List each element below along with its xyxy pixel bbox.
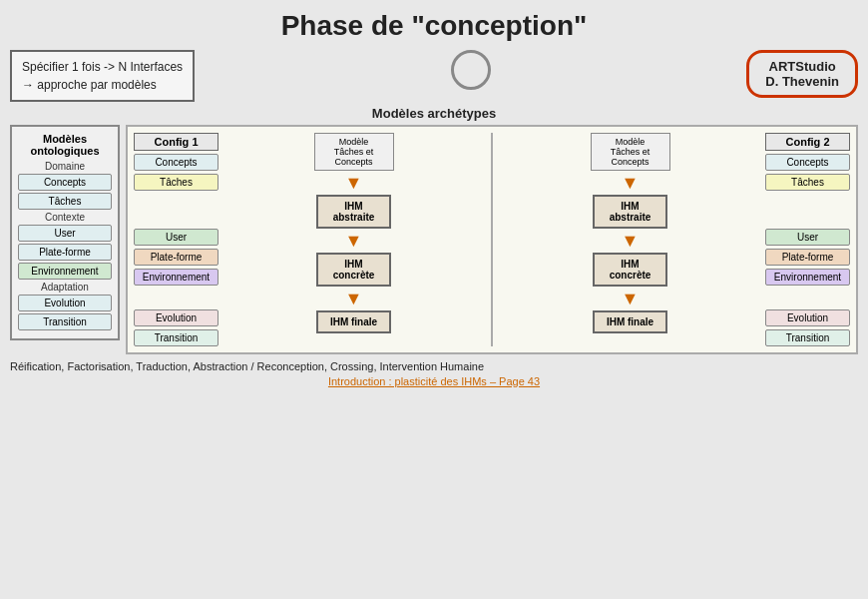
artstudio-author: D. Thevenin xyxy=(765,74,839,89)
ont-concepts: Concepts xyxy=(18,174,112,191)
config2-evolution: Evolution xyxy=(765,309,850,326)
ihm-concrete2: IHMconcrète xyxy=(593,253,667,287)
ontological-title: Modèles ontologiques xyxy=(18,133,112,157)
modele-box2: ModèleTâches etConcepts xyxy=(591,133,670,171)
main-page: Phase de "conception" Spécifier 1 fois -… xyxy=(0,0,868,599)
config1-concepts: Concepts xyxy=(134,154,218,171)
archetypes-area: Config 1 Concepts Tâches User Plate-form… xyxy=(126,125,858,354)
separator xyxy=(491,133,493,346)
artstudio-name: ARTStudio xyxy=(765,59,839,74)
footer-link[interactable]: Introduction : plasticité des IHMs – Pag… xyxy=(10,375,858,387)
config1-evolution: Evolution xyxy=(134,309,218,326)
page-title: Phase de "conception" xyxy=(10,10,858,42)
config2-taches: Tâches xyxy=(765,174,850,191)
modele-box1: ModèleTâches etConcepts xyxy=(314,133,394,171)
ont-user: User xyxy=(18,225,112,242)
config1-taches: Tâches xyxy=(134,174,218,191)
config2-user: User xyxy=(765,229,850,246)
specifier-line2: → approche par modèles xyxy=(22,76,183,94)
ontological-panel: Modèles ontologiques Domaine Concepts Tâ… xyxy=(10,125,120,340)
ont-environnement: Environnement xyxy=(18,263,112,280)
arrow4: ▼ xyxy=(622,174,640,192)
ont-evolution: Evolution xyxy=(18,295,112,311)
specifier-box: Spécifier 1 fois -> N Interfaces → appro… xyxy=(10,50,195,102)
ihm-col1: ModèleTâches etConcepts ▼ IHMabstraite ▼… xyxy=(222,133,485,346)
ont-section-adaptation: Adaptation xyxy=(18,282,112,293)
arrow1: ▼ xyxy=(345,174,363,192)
config1-transition: Transition xyxy=(134,329,218,346)
artstudio-box: ARTStudio D. Thevenin xyxy=(746,50,858,98)
config2-col: Config 2 Concepts Tâches User Plate-form… xyxy=(765,133,850,346)
top-center xyxy=(195,50,746,90)
ont-section-domaine: Domaine xyxy=(18,161,112,172)
config1-user: User xyxy=(134,229,218,246)
top-row: Spécifier 1 fois -> N Interfaces → appro… xyxy=(10,50,858,102)
content-area: Modèles ontologiques Domaine Concepts Tâ… xyxy=(10,125,858,354)
config1-header: Config 1 xyxy=(134,133,218,151)
ihm-abstraite1: IHMabstraite xyxy=(316,195,391,229)
config2-header: Config 2 xyxy=(765,133,850,151)
specifier-line1: Spécifier 1 fois -> N Interfaces xyxy=(22,58,183,76)
config2-concepts: Concepts xyxy=(765,154,850,171)
ihm-finale1: IHM finale xyxy=(316,310,391,333)
config2-plateforme: Plate-forme xyxy=(765,249,850,266)
ihm-finale2: IHM finale xyxy=(593,310,667,333)
config1-col: Config 1 Concepts Tâches User Plate-form… xyxy=(134,133,218,346)
config1-env: Environnement xyxy=(134,269,218,286)
arrow3: ▼ xyxy=(345,290,363,307)
ihm-col2: ModèleTâches etConcepts ▼ IHMabstraite ▼… xyxy=(499,133,761,346)
bottom-text: Réification, Factorisation, Traduction, … xyxy=(10,360,858,372)
config2-transition: Transition xyxy=(765,329,850,346)
arrow6: ▼ xyxy=(622,290,640,307)
ihm-concrete1: IHMconcrète xyxy=(316,253,391,287)
archetypes-label: Modèles archétypes xyxy=(10,106,858,121)
ont-plateforme: Plate-forme xyxy=(18,244,112,261)
ihm-abstraite2: IHMabstraite xyxy=(593,195,667,229)
arrow2: ▼ xyxy=(345,232,363,250)
config2-env: Environnement xyxy=(765,269,850,286)
ont-transition: Transition xyxy=(18,313,112,330)
ont-section-contexte: Contexte xyxy=(18,212,112,223)
ont-taches: Tâches xyxy=(18,193,112,210)
config1-plateforme: Plate-forme xyxy=(134,249,218,266)
arrow-circle xyxy=(451,50,491,90)
arrow5: ▼ xyxy=(622,232,640,250)
